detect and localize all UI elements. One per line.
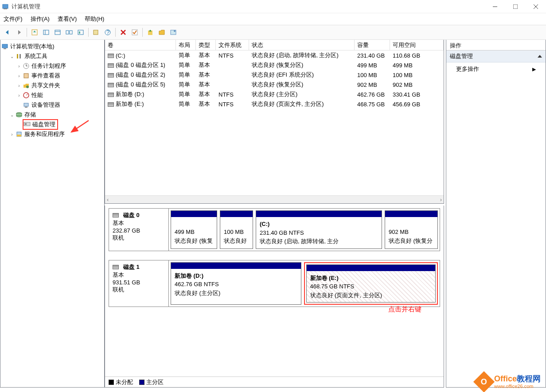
volume-list[interactable]: 卷 布局 类型 文件系统 状态 容量 可用空间 (C:)简单基本NTFS状态良好… (105, 40, 444, 204)
refresh-view-button[interactable] (53, 27, 62, 37)
col-type[interactable]: 类型 (196, 40, 216, 50)
svg-rect-1 (4, 8, 7, 9)
close-button[interactable] (526, 0, 546, 13)
back-button[interactable] (3, 27, 12, 37)
svg-rect-15 (94, 30, 98, 35)
svg-rect-36 (25, 107, 27, 108)
tree-pane[interactable]: 计算机管理(本地) ⌄ 系统工具 › 任务计划程序 › 事件查看器 › 共享文件… (0, 40, 105, 388)
svg-rect-26 (17, 54, 18, 58)
separator (27, 28, 27, 37)
disk0-partition-4[interactable]: 902 MB状态良好 (恢复分 (385, 210, 438, 249)
disk1-partition-d[interactable]: 新加卷 (D:)462.76 GB NTFS状态良好 (主分区) (171, 262, 301, 305)
expand-icon[interactable]: › (16, 83, 23, 88)
expand-icon[interactable]: › (16, 93, 23, 98)
disk0-partition-2[interactable]: 100 MB状态良好 (220, 210, 253, 249)
svg-rect-12 (70, 31, 72, 34)
volume-row[interactable]: (磁盘 0 磁盘分区 2)简单基本状态良好 (EFI 系统分区)100 MB10… (105, 70, 444, 80)
svg-rect-9 (55, 30, 60, 35)
performance-icon (23, 92, 30, 99)
volume-row[interactable]: (C:)简单基本NTFS状态良好 (启动, 故障转储, 主分区)231.40 G… (105, 50, 444, 60)
collapse-icon[interactable]: ⌄ (8, 113, 16, 117)
arrow-annotation (69, 120, 91, 136)
svg-rect-14 (79, 31, 80, 34)
legend-unallocated-swatch (109, 380, 114, 385)
device-icon (23, 101, 30, 109)
storage-icon (16, 111, 23, 118)
delete-button[interactable] (118, 27, 128, 37)
expand-icon[interactable]: › (8, 132, 16, 137)
svg-line-34 (26, 94, 28, 95)
tree-performance[interactable]: › 性能 (1, 90, 103, 100)
menu-file[interactable]: 文件(F) (4, 15, 23, 23)
window-title: 计算机管理 (12, 3, 40, 11)
watermark: O Office教程网 www.office26.com (476, 374, 541, 389)
svg-rect-25 (4, 48, 6, 49)
annotation-text: 点击并右键 (388, 305, 421, 314)
col-fs[interactable]: 文件系统 (216, 40, 249, 50)
volume-row[interactable]: 新加卷 (E:)简单基本NTFS状态良好 (页面文件, 主分区)468.75 G… (105, 99, 444, 109)
svg-rect-41 (25, 123, 27, 125)
volume-row[interactable]: (磁盘 0 磁盘分区 5)简单基本状态良好 (恢复分区)902 MB902 MB (105, 80, 444, 89)
disk1-partition-e-highlighted[interactable]: 新加卷 (E:)468.75 GB NTFS状态良好 (页面文件, 主分区) (304, 262, 438, 305)
volume-row[interactable]: (磁盘 0 磁盘分区 1)简单基本状态良好 (恢复分区)499 MB499 MB (105, 60, 444, 70)
svg-rect-35 (24, 103, 28, 106)
menu-action[interactable]: 操作(A) (31, 15, 50, 23)
tree-device-manager[interactable]: 设备管理器 (1, 100, 103, 110)
up-button[interactable] (30, 27, 39, 37)
tree-root[interactable]: 计算机管理(本地) (1, 42, 103, 51)
properties-button[interactable] (91, 27, 101, 37)
disk0-partition-c[interactable]: (C:)231.40 GB NTFS状态良好 (启动, 故障转储, 主分 (256, 210, 382, 249)
col-status[interactable]: 状态 (249, 40, 355, 50)
watermark-logo: O (473, 371, 495, 392)
tree-storage[interactable]: ⌄ 存储 (1, 110, 103, 120)
content-pane: 卷 布局 类型 文件系统 状态 容量 可用空间 (C:)简单基本NTFS状态良好… (105, 40, 444, 388)
expand-icon[interactable]: › (16, 74, 23, 78)
export-button[interactable] (145, 27, 155, 37)
col-capacity[interactable]: 容量 (355, 40, 390, 50)
legend: 未分配 主分区 (105, 376, 444, 387)
disk-1-block[interactable]: 磁盘 1 基本 931.51 GB 联机 新加卷 (D:)462.76 GB N… (109, 260, 440, 307)
svg-point-32 (26, 85, 29, 88)
folder-button[interactable] (157, 27, 167, 37)
tools-icon (16, 53, 23, 60)
actions-more[interactable]: 更多操作 ▶ (446, 62, 546, 76)
minimize-button[interactable] (485, 0, 505, 13)
help-button[interactable]: ? (103, 27, 113, 37)
col-free[interactable]: 可用空间 (390, 40, 444, 50)
svg-rect-24 (2, 44, 8, 48)
horizontal-scrollbar[interactable]: ‹› (105, 195, 444, 203)
forward-button[interactable] (14, 27, 24, 37)
actions-section-disk-mgmt[interactable]: 磁盘管理 (446, 50, 546, 62)
svg-point-39 (16, 115, 22, 117)
svg-point-23 (174, 30, 176, 32)
actions-pane: 操作 磁盘管理 更多操作 ▶ (446, 40, 546, 388)
highlight-annotation: 磁盘管理 (23, 119, 58, 130)
svg-rect-0 (3, 4, 8, 8)
svg-rect-13 (78, 30, 83, 35)
detail-button[interactable] (76, 27, 86, 37)
settings-button[interactable] (168, 27, 178, 37)
app-icon (2, 3, 9, 10)
tree-system-tools[interactable]: ⌄ 系统工具 (1, 51, 103, 61)
menu-bar: 文件(F) 操作(A) 查看(V) 帮助(H) (0, 13, 546, 25)
check-button[interactable] (130, 27, 140, 37)
expand-icon[interactable]: › (16, 64, 23, 69)
col-volume[interactable]: 卷 (105, 40, 176, 50)
maximize-button[interactable] (505, 0, 526, 13)
disk-0-block[interactable]: 磁盘 0 基本 232.87 GB 联机 499 MB状态良好 (恢复 100 … (109, 208, 440, 251)
show-tree-button[interactable] (41, 27, 51, 37)
col-layout[interactable]: 布局 (176, 40, 196, 50)
tree-task-scheduler[interactable]: › 任务计划程序 (1, 61, 103, 71)
tree-shared-folders[interactable]: › 共享文件夹 (1, 81, 103, 90)
menu-view[interactable]: 查看(V) (58, 15, 77, 23)
disk-map[interactable]: 磁盘 0 基本 232.87 GB 联机 499 MB状态良好 (恢复 100 … (105, 206, 444, 388)
volume-row[interactable]: 新加卷 (D:)简单基本NTFS状态良好 (主分区)462.76 GB330.4… (105, 89, 444, 99)
collapse-up-icon[interactable] (538, 55, 542, 58)
tree-event-viewer[interactable]: › 事件查看器 (1, 71, 103, 81)
menu-help[interactable]: 帮助(H) (85, 15, 104, 23)
view-button[interactable] (64, 27, 74, 37)
title-bar: 计算机管理 (0, 0, 546, 13)
disk-icon (113, 265, 119, 269)
disk0-partition-1[interactable]: 499 MB状态良好 (恢复 (171, 210, 217, 249)
collapse-icon[interactable]: ⌄ (8, 54, 16, 59)
